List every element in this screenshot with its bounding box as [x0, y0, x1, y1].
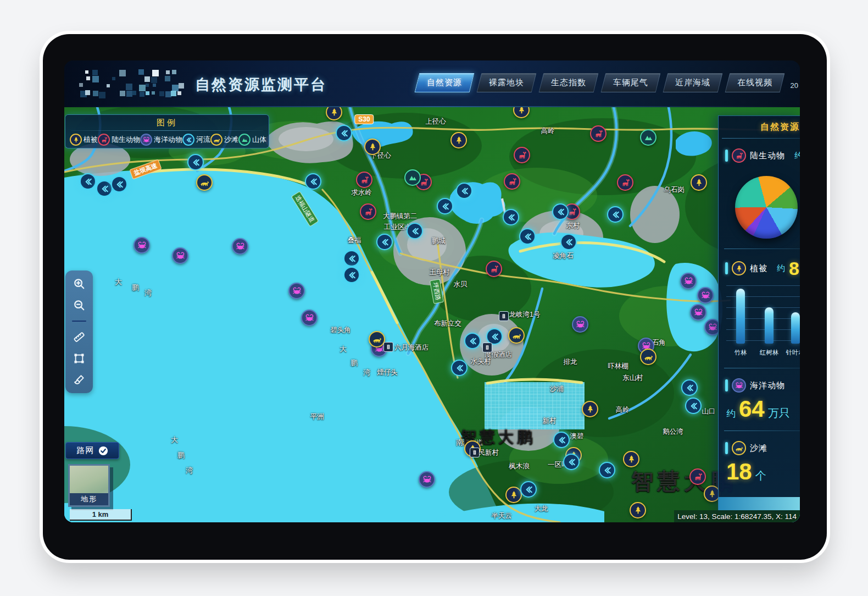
- map-marker-river[interactable]: [80, 173, 96, 190]
- map-marker-river[interactable]: [599, 462, 615, 478]
- map-marker-river[interactable]: [343, 267, 360, 283]
- map-marker-beach[interactable]: [196, 174, 213, 191]
- map-marker-veg[interactable]: [582, 401, 598, 417]
- map-scalebar: 1 km: [70, 509, 132, 521]
- bar-针叶林: [791, 312, 800, 344]
- map-marker-deer[interactable]: [504, 173, 520, 190]
- tab-label: 裸露地块: [489, 78, 524, 88]
- map-marker-crab[interactable]: [301, 310, 318, 326]
- clear-button[interactable]: [73, 374, 85, 386]
- map-marker-veg[interactable]: [505, 487, 522, 503]
- map-marker-crab[interactable]: [690, 304, 706, 321]
- map-marker-river[interactable]: [685, 398, 702, 414]
- roadnet-toggle[interactable]: 路网: [65, 442, 119, 459]
- map-marker-crab[interactable]: [572, 316, 588, 333]
- map-marker-deer[interactable]: [486, 261, 502, 277]
- map-canvas[interactable]: 求水岭上径心下径心高岭乌石岗东村凌角石大鹏镇第二工业区市区鹏城王母村水贝布新立交…: [64, 107, 800, 522]
- map-marker-veg[interactable]: [623, 451, 639, 467]
- crab-glyph-icon: [176, 251, 185, 261]
- measure-button[interactable]: [73, 331, 85, 343]
- tab-1[interactable]: 裸露地块: [477, 73, 537, 92]
- map-marker-veg[interactable]: [450, 132, 467, 148]
- map-marker-veg[interactable]: [691, 174, 707, 191]
- zoom-out-button[interactable]: [73, 299, 85, 311]
- map-marker-beach[interactable]: [508, 327, 525, 344]
- beach-icon: [732, 441, 746, 455]
- map-marker-veg[interactable]: [630, 502, 646, 518]
- nav-tabs: 自然资源裸露地块生态指数车辆尾气近岸海域在线视频: [417, 73, 782, 92]
- legend-item-beach[interactable]: 沙滩: [210, 134, 238, 146]
- map-marker-river[interactable]: [464, 333, 481, 349]
- deer-glyph-icon: [101, 136, 108, 144]
- map-marker-crab[interactable]: [232, 238, 248, 255]
- map-marker-beach[interactable]: [640, 349, 656, 365]
- sidebar-bottom-strip: [719, 497, 800, 510]
- map-marker-crab[interactable]: [680, 273, 697, 289]
- crab-glyph-icon: [236, 242, 245, 251]
- legend-item-veg[interactable]: 植被: [70, 134, 98, 146]
- map-marker-deer[interactable]: [514, 147, 530, 163]
- map-marker-river[interactable]: [111, 176, 127, 192]
- map-marker-deer[interactable]: [617, 174, 633, 191]
- map-marker-river[interactable]: [96, 180, 113, 197]
- legend-item-crab[interactable]: 海洋动物: [140, 134, 182, 146]
- tab-5[interactable]: 在线视频: [725, 73, 785, 92]
- veg-glyph-icon: [330, 108, 339, 117]
- map-marker-crab[interactable]: [697, 287, 714, 303]
- map-marker-bldg[interactable]: [470, 448, 480, 457]
- map-marker-river[interactable]: [552, 203, 569, 220]
- map-marker-river[interactable]: [503, 209, 519, 225]
- map-marker-crab[interactable]: [133, 237, 150, 253]
- map-marker-crab[interactable]: [419, 471, 435, 488]
- map-marker-river[interactable]: [560, 234, 577, 250]
- map-marker-river[interactable]: [187, 154, 204, 170]
- legend-item-mtn[interactable]: 山体: [238, 134, 266, 146]
- map-marker-river[interactable]: [456, 183, 472, 199]
- marine-unit: 万只: [768, 406, 790, 421]
- page-title: 自然资源监测平台: [195, 75, 327, 95]
- map-marker-river[interactable]: [681, 379, 698, 396]
- sidebar-panel: 自然资源 陆生动物 约 植被 约 8 竹林红树林针叶林: [718, 115, 800, 510]
- map-marker-deer[interactable]: [689, 468, 706, 485]
- map-marker-river[interactable]: [343, 250, 360, 267]
- tab-3[interactable]: 车辆尾气: [601, 73, 661, 92]
- tab-4[interactable]: 近岸海域: [663, 73, 723, 92]
- map-marker-crab[interactable]: [288, 283, 305, 299]
- beach-glyph-icon: [200, 178, 209, 187]
- map-marker-veg[interactable]: [364, 139, 381, 155]
- legend-item-river[interactable]: 河流: [182, 134, 210, 146]
- map-marker-bldg[interactable]: [482, 343, 492, 352]
- map-marker-river[interactable]: [336, 125, 352, 141]
- map-marker-mtn[interactable]: [640, 129, 656, 146]
- map-marker-river[interactable]: [305, 173, 321, 190]
- sidebar-divider: [724, 368, 800, 368]
- map-marker-river[interactable]: [437, 198, 453, 214]
- map-marker-river[interactable]: [607, 206, 624, 223]
- bar-label: 针叶林: [786, 349, 800, 357]
- tab-2[interactable]: 生态指数: [539, 73, 599, 92]
- map-marker-mtn[interactable]: [404, 169, 421, 186]
- map-marker-bldg[interactable]: [499, 311, 509, 321]
- map-marker-river[interactable]: [407, 223, 423, 239]
- river-glyph-icon: [524, 485, 533, 494]
- map-marker-beach[interactable]: [369, 331, 385, 347]
- map-marker-river[interactable]: [519, 228, 536, 245]
- map-marker-river[interactable]: [451, 360, 468, 376]
- map-marker-deer[interactable]: [360, 203, 376, 220]
- map-marker-river[interactable]: [376, 234, 393, 250]
- legend-item-deer[interactable]: 陆生动物: [98, 134, 140, 146]
- map-marker-deer[interactable]: [590, 125, 607, 142]
- veg-glyph-icon: [633, 506, 643, 515]
- map-marker-crab[interactable]: [172, 247, 188, 264]
- map-marker-bldg[interactable]: [383, 342, 393, 352]
- bar-chart-gridline: [726, 285, 800, 286]
- map-marker-deer[interactable]: [356, 172, 372, 188]
- terrain-layer-switcher[interactable]: 地形: [68, 464, 110, 507]
- map-marker-river[interactable]: [553, 432, 570, 448]
- legend-item-label: 山体: [252, 135, 266, 145]
- tab-0[interactable]: 自然资源: [415, 73, 475, 92]
- map-marker-river[interactable]: [563, 454, 580, 470]
- polygon-select-button[interactable]: [73, 352, 85, 365]
- map-marker-river[interactable]: [520, 481, 537, 498]
- zoom-in-button[interactable]: [73, 278, 85, 290]
